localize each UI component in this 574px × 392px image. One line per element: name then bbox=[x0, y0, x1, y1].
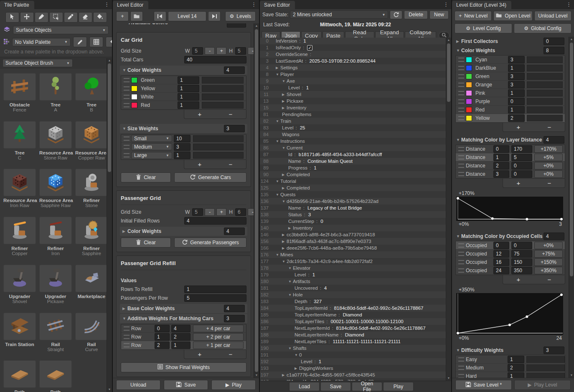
json-tree-row[interactable]: 181Uncovered:4 bbox=[260, 285, 446, 291]
json-key[interactable]: Axe bbox=[287, 78, 295, 83]
palette-item[interactable]: Path bbox=[39, 360, 72, 392]
palette-item[interactable]: Resource Area Iron Raw bbox=[3, 169, 36, 212]
json-tree-row[interactable]: 8▼Player bbox=[260, 71, 446, 78]
remove-color-button[interactable]: − bbox=[534, 123, 565, 132]
json-tree-row[interactable]: 182▼Hole bbox=[260, 291, 446, 298]
color-weights-count[interactable]: 8 bbox=[544, 47, 564, 54]
color-weight-row[interactable]: DarkBlue 1 bbox=[456, 64, 565, 72]
json-value[interactable]: 8184c80d-5ddf-4e02-992c-5e26c1178867 bbox=[336, 326, 426, 331]
row-key-field[interactable]: 2 bbox=[493, 162, 509, 169]
additive-row-index-field[interactable]: 0 bbox=[155, 325, 170, 332]
json-key[interactable]: NextLayerItemId bbox=[295, 326, 330, 331]
row-key-field[interactable]: 16 bbox=[493, 258, 509, 266]
json-tree-row[interactable]: 87Id:b18171d6-485f-4f34-a333-b44df7afccf… bbox=[260, 151, 446, 158]
drag-handle-icon[interactable] bbox=[458, 155, 464, 159]
color-weight-field[interactable]: 1 bbox=[178, 101, 199, 109]
json-key[interactable]: PendingItems bbox=[282, 112, 311, 117]
tab-save-editor[interactable]: Save Editor bbox=[260, 1, 295, 9]
save-editor-scrollbar[interactable]: ▲ ▼ bbox=[446, 38, 451, 381]
json-value[interactable]: b18171d6-485f-4f34-a333-b44df7afccff bbox=[299, 152, 382, 157]
expand-arrow-icon[interactable]: ▶ bbox=[282, 93, 287, 96]
total-cars-field[interactable]: 40 bbox=[184, 56, 246, 63]
json-tree-row[interactable]: 13▶Pickaxe bbox=[260, 98, 446, 104]
json-tree-row[interactable]: 124▼Tutorial bbox=[260, 178, 446, 185]
expand-arrow-icon[interactable]: ▶ bbox=[282, 246, 287, 250]
drag-handle-icon[interactable] bbox=[458, 108, 464, 112]
palette-item[interactable]: Obstacle Fence bbox=[3, 73, 36, 116]
kebab-menu-icon[interactable]: ⋮ bbox=[566, 1, 571, 8]
drag-handle-icon[interactable] bbox=[124, 78, 130, 82]
json-key[interactable]: Quests bbox=[280, 192, 295, 197]
color-weight-field[interactable]: 1 bbox=[178, 76, 199, 84]
json-key[interactable]: LastSavedAt bbox=[276, 58, 303, 63]
json-key[interactable]: TopLayerItemId bbox=[295, 306, 328, 311]
color-weight-field[interactable]: 1 bbox=[178, 93, 199, 101]
drag-handle-icon[interactable] bbox=[458, 74, 464, 78]
color-weight-field[interactable]: 3 bbox=[508, 73, 525, 80]
json-tree-row[interactable]: 184TopLayerItemId:8184c80d-5ddf-4e02-992… bbox=[260, 305, 446, 311]
json-tree-row[interactable]: 146▶cc3bbd03-a8f8-4e2f-b6c3-aa7737019418 bbox=[260, 231, 446, 238]
color-swatch[interactable] bbox=[466, 57, 472, 63]
size-weight-row[interactable]: Small▼ 10 bbox=[121, 134, 246, 143]
expand-arrow-icon[interactable]: ▶ bbox=[282, 240, 287, 243]
json-key[interactable]: Instructions bbox=[280, 139, 305, 144]
json-tree-row[interactable]: 11▶Shovel bbox=[260, 91, 446, 98]
json-tree-row[interactable]: 81PendingItems bbox=[260, 111, 446, 118]
first-collectors-count[interactable]: 0 bbox=[544, 38, 564, 45]
kebab-menu-icon[interactable]: ⋮ bbox=[443, 1, 449, 8]
json-tree-row[interactable]: 183Depth:327 bbox=[260, 298, 446, 305]
reload-save-button[interactable] bbox=[390, 10, 402, 19]
color-weight-row[interactable]: Red 1 bbox=[456, 106, 565, 114]
json-tree-row[interactable]: 180▼Artifacts bbox=[260, 278, 446, 285]
row-value-field[interactable]: 75 bbox=[511, 250, 532, 258]
difficulty-weights-count[interactable]: 3 bbox=[544, 346, 564, 354]
save-state-dropdown[interactable]: 2 Mines unlocked▼ bbox=[290, 10, 388, 19]
json-key[interactable]: Train bbox=[280, 119, 291, 124]
json-tree-row[interactable]: 156▶81f66adf-afa3-463f-ac7c-b8f90e7e0373 bbox=[260, 238, 446, 245]
json-tree-row[interactable]: 191▼0 bbox=[260, 352, 446, 358]
json-tree-row[interactable]: 2OverrideScene: bbox=[260, 51, 446, 58]
clear-passengers-button[interactable]: Clear bbox=[121, 238, 171, 248]
json-tree-row[interactable]: 187NextLayerItemId:8184c80d-5ddf-4e02-99… bbox=[260, 325, 446, 331]
distance-weight-row[interactable]: Distance 3 0 +0% bbox=[456, 170, 565, 178]
json-key[interactable]: Inventory bbox=[287, 105, 306, 110]
row-key-field[interactable]: 24 bbox=[493, 267, 509, 274]
collapse-arrow-icon[interactable]: ▼ bbox=[288, 293, 293, 297]
json-tree-row[interactable]: 176▼Mines bbox=[260, 251, 446, 258]
drag-handle-icon[interactable] bbox=[458, 268, 464, 273]
color-weight-row[interactable]: Orange 3 bbox=[456, 81, 565, 89]
add-color-button[interactable]: + bbox=[184, 110, 215, 119]
car-grid-height-field[interactable]: 5 bbox=[235, 47, 246, 55]
drag-handle-icon[interactable] bbox=[458, 252, 464, 256]
json-key[interactable]: NextLayerItemName bbox=[295, 332, 338, 337]
active-target-dropdown[interactable]: Surface Objects▼ bbox=[13, 26, 109, 34]
color-weight-field[interactable]: 3 bbox=[508, 56, 525, 63]
additive-weight-row[interactable]: Row 2 1 + 1 per car bbox=[121, 341, 246, 349]
size-dropdown[interactable]: Medium▼ bbox=[131, 143, 172, 150]
color-weight-row[interactable]: White 1 bbox=[121, 93, 246, 101]
grid-toggle-button[interactable] bbox=[89, 37, 103, 47]
drag-handle-icon[interactable] bbox=[124, 335, 130, 339]
size-weights-count[interactable]: 3 bbox=[224, 125, 245, 132]
color-weight-row[interactable]: Cyan 3 bbox=[456, 56, 565, 64]
next-level-button[interactable] bbox=[208, 11, 221, 21]
collapse-arrow-icon[interactable]: ▼ bbox=[276, 180, 280, 183]
expand-arrow-icon[interactable]: ▶ bbox=[282, 173, 287, 177]
current-level-button[interactable]: Level 14 bbox=[168, 11, 206, 21]
distance-weight-row[interactable]: Distance 0 170 +170% bbox=[456, 145, 565, 153]
collapse-arrow-icon[interactable]: ▼ bbox=[282, 79, 287, 83]
tile-palette-scrollbar[interactable]: ▲ ▼ bbox=[107, 58, 112, 392]
car-grid-width-minus[interactable]: - bbox=[205, 47, 215, 55]
palette-dropdown[interactable]: No Valid Palette▼ bbox=[12, 38, 71, 46]
size-dropdown[interactable]: Large▼ bbox=[131, 152, 172, 159]
drag-handle-icon[interactable] bbox=[458, 172, 464, 176]
row-value-field[interactable]: 150 bbox=[511, 258, 532, 266]
json-key[interactable]: 2dc191fb-7a34-42c9-a4ee-fdb2d072faf2 bbox=[287, 259, 373, 264]
json-key[interactable]: Level bbox=[295, 272, 306, 277]
additive-weight-row[interactable]: Row 0 4 + 4 per car bbox=[121, 324, 246, 333]
palette-item[interactable]: Train Station bbox=[3, 313, 36, 356]
json-key[interactable]: DiggingWorkers bbox=[299, 366, 333, 371]
json-key[interactable]: TopLayerTiles bbox=[295, 319, 324, 324]
row-key-field[interactable]: 12 bbox=[493, 250, 509, 258]
car-grid-height-minus[interactable]: - bbox=[248, 47, 254, 55]
